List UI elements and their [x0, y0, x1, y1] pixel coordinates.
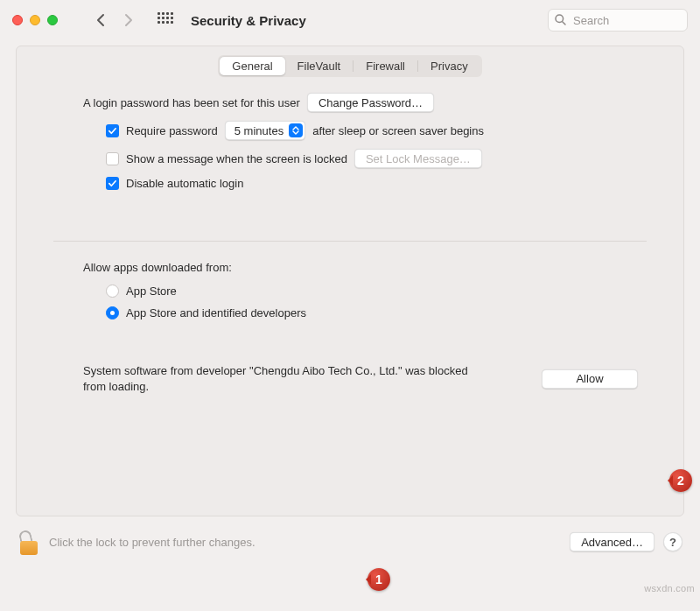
- back-button[interactable]: [88, 9, 114, 32]
- search-input[interactable]: [548, 9, 688, 32]
- radio-app-store[interactable]: App Store: [106, 284, 647, 298]
- tab-privacy[interactable]: Privacy: [418, 57, 480, 75]
- window-controls: [12, 15, 58, 25]
- annotation-1: 1: [368, 568, 390, 591]
- show-message-label: Show a message when the screen is locked: [126, 152, 347, 165]
- chevron-down-icon: [292, 130, 299, 135]
- require-password-row: Require password 5 minutes after sleep o…: [106, 121, 647, 140]
- disable-auto-login-label: Disable automatic login: [126, 177, 243, 190]
- footer: Click the lock to prevent further change…: [0, 529, 700, 558]
- login-password-row: A login password has been set for this u…: [83, 93, 647, 112]
- radio-identified-label: App Store and identified developers: [126, 306, 306, 320]
- help-button[interactable]: ?: [663, 532, 682, 551]
- titlebar: Security & Privacy: [0, 0, 700, 46]
- preferences-panel: General FileVault Firewall Privacy A log…: [16, 46, 684, 516]
- general-tab-content: A login password has been set for this u…: [17, 93, 683, 394]
- zoom-window-icon[interactable]: [47, 15, 58, 25]
- require-password-after-label: after sleep or screen saver begins: [312, 124, 484, 137]
- svg-line-1: [563, 22, 565, 25]
- radio-icon: [106, 306, 119, 320]
- search-container: [548, 9, 688, 32]
- login-password-text: A login password has been set for this u…: [83, 96, 300, 109]
- allow-apps-radio-group: App Store App Store and identified devel…: [106, 284, 647, 320]
- show-message-checkbox[interactable]: [106, 152, 119, 165]
- section-divider: [53, 241, 647, 242]
- show-message-row: Show a message when the screen is locked…: [106, 149, 647, 168]
- tab-firewall[interactable]: Firewall: [354, 57, 417, 75]
- set-lock-message-button: Set Lock Message…: [354, 149, 482, 168]
- disable-auto-login-checkbox[interactable]: [106, 177, 119, 190]
- require-password-label: Require password: [126, 124, 218, 137]
- checkmark-icon: [108, 126, 117, 136]
- tab-general[interactable]: General: [220, 57, 284, 75]
- window-title: Security & Privacy: [191, 13, 306, 28]
- advanced-button[interactable]: Advanced…: [570, 532, 654, 551]
- radio-icon: [106, 284, 119, 298]
- allow-button[interactable]: Allow: [542, 369, 638, 389]
- radio-identified-developers[interactable]: App Store and identified developers: [106, 306, 647, 320]
- forward-button[interactable]: [116, 9, 142, 32]
- select-stepper-icon: [289, 123, 303, 137]
- close-window-icon[interactable]: [12, 15, 23, 25]
- checkmark-icon: [108, 179, 117, 188]
- chevron-left-icon: [95, 13, 106, 27]
- lock-status-text: Click the lock to prevent further change…: [49, 536, 256, 549]
- show-all-preferences-button[interactable]: [158, 12, 173, 28]
- tab-filevault[interactable]: FileVault: [285, 57, 354, 75]
- change-password-button[interactable]: Change Password…: [307, 93, 434, 112]
- radio-app-store-label: App Store: [126, 284, 177, 298]
- chevron-right-icon: [123, 13, 134, 27]
- require-password-delay-select[interactable]: 5 minutes: [225, 121, 305, 140]
- tab-bar: General FileVault Firewall Privacy: [17, 46, 683, 93]
- search-icon: [554, 13, 567, 26]
- blocked-software-text: System software from developer "Chengdu …: [83, 363, 468, 394]
- nav-arrows: [88, 9, 142, 32]
- allow-apps-heading: Allow apps downloaded from:: [83, 261, 647, 274]
- lock-unlocked-icon[interactable]: [18, 529, 40, 555]
- disable-auto-login-row: Disable automatic login: [106, 177, 647, 190]
- annotation-2: 2: [669, 469, 692, 492]
- blocked-software-row: System software from developer "Chengdu …: [83, 363, 638, 394]
- require-password-checkbox[interactable]: [106, 124, 119, 137]
- minimize-window-icon[interactable]: [30, 15, 40, 25]
- watermark: wsxdn.com: [644, 583, 695, 593]
- require-password-delay-value: 5 minutes: [234, 124, 284, 137]
